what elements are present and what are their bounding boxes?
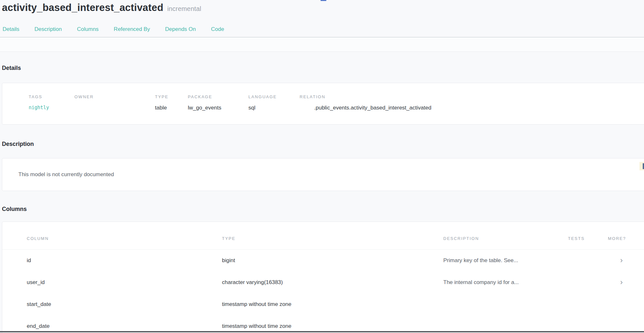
cell-type: timestamp without time zone — [222, 301, 443, 308]
page-title: activity_based_interest_activatedincreme… — [0, 0, 644, 15]
field-language: LANGUAGE sql — [248, 94, 300, 111]
field-label-package: PACKAGE — [188, 94, 248, 100]
tag-nightly[interactable]: nightly — [29, 104, 74, 111]
cell-column-name: end_date — [27, 323, 222, 329]
columns-heading: Columns — [2, 206, 644, 213]
field-type: TYPE table — [155, 94, 188, 111]
chevron-right-icon[interactable]: › — [620, 278, 623, 286]
cell-column-name: start_date — [27, 301, 222, 308]
table-row-id[interactable]: id bigint Primary key of the table. See.… — [2, 250, 644, 271]
tab-columns[interactable]: Columns — [77, 26, 99, 33]
field-owner: OWNER — [74, 94, 155, 111]
section-nav: Details Description Columns Referenced B… — [0, 26, 644, 37]
cell-type: timestamp without time zone — [222, 323, 443, 329]
header-column: COLUMN — [27, 236, 222, 249]
field-value-language: sql — [248, 104, 300, 111]
cutoff-artifact-top — [321, 0, 326, 1]
description-text: This model is not currently documented — [18, 171, 114, 178]
columns-card: COLUMN TYPE DESCRIPTION TESTS MORE? id b… — [2, 222, 644, 333]
chevron-right-icon[interactable]: › — [620, 256, 623, 264]
cell-type: character varying(16383) — [222, 279, 443, 286]
cell-description: The internal company id for a... — [443, 279, 568, 286]
bottom-divider — [0, 331, 644, 332]
columns-table-header: COLUMN TYPE DESCRIPTION TESTS MORE? — [2, 236, 644, 250]
cell-column-name: user_id — [27, 279, 222, 286]
tab-code[interactable]: Code — [211, 26, 224, 33]
header-more: MORE? — [608, 236, 644, 249]
field-tags: TAGS nightly — [29, 94, 74, 111]
table-row-end-date[interactable]: end_date timestamp without time zone — [2, 315, 644, 333]
model-name: activity_based_interest_activated — [2, 2, 163, 13]
cutoff-widget-bar — [643, 163, 644, 169]
details-card: TAGS nightly OWNER TYPE table PACKAGE lw… — [2, 83, 644, 125]
header-type: TYPE — [222, 236, 443, 249]
tab-description[interactable]: Description — [34, 26, 62, 33]
cell-description: Primary key of the table. See... — [443, 257, 568, 264]
header-tests: TESTS — [568, 236, 608, 249]
field-package: PACKAGE lw_go_events — [188, 94, 248, 111]
model-docs-page: activity_based_interest_activatedincreme… — [0, 0, 644, 333]
field-value-package: lw_go_events — [188, 104, 248, 111]
description-heading: Description — [2, 141, 644, 147]
field-value-relation: .public_events.activity_based_interest_a… — [300, 104, 644, 111]
field-label-relation: RELATION — [300, 94, 644, 100]
tab-depends-on[interactable]: Depends On — [165, 26, 196, 33]
header-strip — [0, 37, 644, 52]
tab-referenced-by[interactable]: Referenced By — [114, 26, 150, 33]
materialization-label: incremental — [167, 5, 201, 12]
field-label-tags: TAGS — [29, 94, 74, 100]
cell-column-name: id — [27, 257, 222, 264]
table-row-start-date[interactable]: start_date timestamp without time zone — [2, 293, 644, 315]
field-label-type: TYPE — [155, 94, 188, 100]
cell-type: bigint — [222, 257, 443, 264]
header-description: DESCRIPTION — [443, 236, 568, 249]
details-heading: Details — [2, 65, 644, 71]
description-card: This model is not currently documented — [2, 158, 644, 191]
field-label-owner: OWNER — [74, 94, 155, 100]
field-value-type: table — [155, 104, 188, 111]
cutoff-widget-right — [639, 162, 644, 170]
details-fields: TAGS nightly OWNER TYPE table PACKAGE lw… — [29, 94, 644, 111]
table-row-user-id[interactable]: user_id character varying(16383) The int… — [2, 271, 644, 293]
field-relation: RELATION .public_events.activity_based_i… — [300, 94, 644, 111]
field-label-language: LANGUAGE — [248, 94, 300, 100]
tab-details[interactable]: Details — [3, 26, 19, 33]
